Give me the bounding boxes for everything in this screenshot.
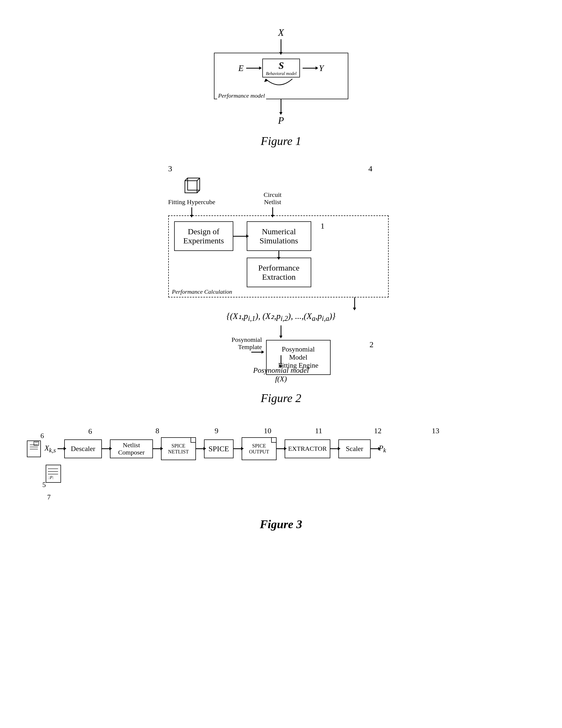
fig3-xks-to-descaler-arrow — [58, 448, 64, 449]
fig1-p-label: P — [278, 115, 284, 126]
figure2-container: 3 4 Fitting Hy — [93, 164, 469, 405]
svg-text::P:: :P: — [48, 475, 54, 480]
fig3-doc2-icon: :P: — [45, 463, 62, 483]
fig1-outer-box: Performance model E S Behavioral model Y — [214, 53, 348, 99]
fig3-num13: 13 — [432, 427, 439, 435]
svg-line-4 — [197, 178, 200, 181]
fig2-poly-output-arrow — [281, 355, 281, 366]
fig3-num5: 5 — [42, 481, 46, 489]
fig3-extractor-box: EXTRACTOR — [284, 439, 330, 458]
fig3-spice-netlist-to-spice-arrow — [196, 448, 204, 449]
fig1-curve-svg — [223, 79, 335, 92]
fig2-doe-to-sim-arrow — [233, 236, 247, 237]
fig1-inner-row: E S Behavioral model Y — [223, 59, 340, 77]
svg-line-3 — [185, 178, 188, 181]
fig1-y-label: Y — [319, 63, 323, 73]
fig2-poly-template-arrow — [251, 352, 262, 353]
svg-line-5 — [197, 190, 200, 193]
figure3-container: 6 8 9 10 11 12 — [27, 421, 535, 531]
fig3-extractor-to-scaler-arrow — [330, 448, 338, 449]
fig2-perf-ext-box: PerformanceExtraction — [247, 258, 311, 287]
fig2-sim-to-ext-arrow — [279, 251, 279, 258]
fig2-set-to-poly-arrow — [281, 325, 281, 336]
fig3-netlist-composer-box: NetlistComposer — [110, 439, 153, 458]
fig2-perf-ext-output-arrow — [354, 297, 355, 308]
fig2-netlist-arrow — [272, 207, 273, 215]
fig2-perf-calc-label: Performance Calculation — [172, 288, 232, 295]
fig3-num12: 12 — [374, 427, 382, 435]
fig1-bottom-arrow — [281, 99, 281, 113]
fig2-poly-template-label: PosynomialTemplate — [232, 336, 262, 351]
fig1-diagram: X Performance model E S Behavioral model… — [214, 27, 348, 126]
fig3-num11: 11 — [315, 427, 322, 435]
fig2-doe-box: Design ofExperiments — [174, 221, 233, 251]
fig1-top-arrow — [281, 39, 281, 53]
fig3-spice-to-spice-output-arrow — [234, 448, 242, 449]
svg-rect-12 — [46, 465, 61, 482]
fig3-xks: Xk,s — [45, 444, 56, 454]
fig2-num1: 1 — [321, 221, 325, 230]
fig3-num8: 8 — [156, 427, 159, 435]
fig3-num6: 6 — [88, 427, 92, 436]
figure1-container: X Performance model E S Behavioral model… — [214, 27, 348, 148]
fig3-spice-box: SPICE — [204, 439, 234, 458]
fig2-fitting-hypercube-label: Fitting Hypercube — [168, 198, 215, 206]
fig1-s-to-y-arrow — [302, 68, 316, 69]
fig3-doc1-icon — [26, 439, 42, 458]
fig2-num3: 3 — [168, 164, 172, 173]
fig1-s-label: S — [279, 60, 284, 71]
fig3-scaler-to-pk-arrow — [371, 448, 379, 449]
fig1-x-label: X — [278, 27, 284, 38]
fig2-numsim-box: NumericalSimulations — [247, 221, 311, 251]
fig1-performance-model-label: Performance model — [217, 92, 266, 99]
fig2-num2: 2 — [369, 340, 373, 349]
fig2-circuit-netlist-label: Circuit Netlist — [264, 191, 282, 206]
figure2-caption: Figure 2 — [261, 391, 301, 405]
page-content: X Performance model E S Behavioral model… — [27, 16, 535, 531]
figure1-caption: Figure 1 — [261, 134, 301, 148]
fig3-num7: 7 — [47, 493, 51, 501]
fig1-e-to-s-arrow — [246, 68, 260, 69]
fig1-behavioral-model-label: Behavioral model — [266, 71, 296, 76]
fig3-num9: 9 — [215, 427, 219, 435]
figure3-caption: Figure 3 — [260, 517, 302, 531]
fig2-fx-label: f(X) — [160, 375, 402, 383]
fig3-num10: 10 — [264, 427, 272, 435]
fig3-descaler-to-netlist-arrow — [102, 448, 110, 449]
fig2-num4: 4 — [368, 164, 372, 173]
fig3-netlist-to-spice-netlist-arrow — [153, 448, 161, 449]
fig3-spice-netlist-box: SPICENETLIST — [161, 437, 196, 460]
fig3-spice-output-to-extractor-arrow — [277, 448, 284, 449]
fig3-descaler-box: Descaler — [64, 439, 102, 458]
svg-rect-1 — [185, 181, 197, 193]
fig3-scaler-box: Scaler — [338, 439, 371, 458]
fig3-num6-label: 6 — [41, 432, 44, 440]
fig2-cube-icon — [181, 175, 203, 197]
fig1-e-label: E — [239, 63, 244, 73]
fig1-s-box: S Behavioral model — [262, 59, 300, 77]
fig2-hypercube-arrow — [191, 207, 192, 215]
fig3-spice-output-box: SPICEOUTPUT — [242, 437, 277, 460]
fig2-set-label: {(X₁,pi,1), (X₂,pi,2), ...,(Xa,pi,a)} — [160, 311, 402, 323]
